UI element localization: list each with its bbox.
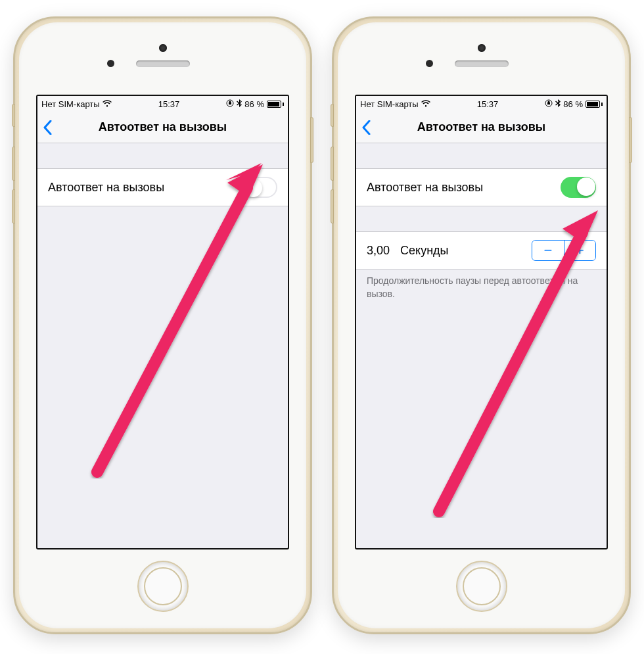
home-button [137, 561, 189, 612]
screen-left: Нет SIM-карты 15:37 86 % [36, 95, 289, 549]
proximity-sensor [426, 60, 433, 67]
volume-down [331, 189, 334, 223]
power-button [629, 117, 632, 163]
mute-switch [12, 104, 15, 127]
seconds-row: 3,00 Секунды − + [356, 231, 607, 269]
screen-right: Нет SIM-карты 15:37 86 % [355, 95, 608, 549]
wifi-icon [421, 99, 430, 109]
carrier-text: Нет SIM-карты [360, 99, 419, 109]
page-title: Автоответ на вызовы [37, 120, 288, 134]
seconds-unit: Секунды [400, 244, 448, 258]
earpiece-speaker [455, 60, 509, 67]
mute-switch [331, 104, 334, 127]
battery-icon [267, 101, 284, 108]
auto-answer-label: Автоответ на вызовы [48, 181, 164, 195]
front-camera [159, 44, 167, 52]
auto-answer-toggle[interactable] [242, 177, 277, 198]
orientation-lock-icon [226, 99, 234, 109]
volume-up [12, 147, 15, 181]
phone-frame-left: Нет SIM-карты 15:37 86 % [13, 16, 312, 634]
front-camera [478, 44, 486, 52]
proximity-sensor [107, 60, 114, 67]
navbar: Автоответ на вызовы [37, 112, 288, 143]
auto-answer-row[interactable]: Автоответ на вызовы [356, 168, 607, 206]
seconds-stepper[interactable]: − + [532, 240, 596, 261]
footer-description: Продолжительность паузы перед автоответо… [356, 269, 607, 306]
back-button[interactable] [356, 120, 376, 135]
stepper-plus-button[interactable]: + [564, 241, 595, 260]
stepper-minus-button[interactable]: − [532, 241, 564, 260]
battery-text: 86 % [244, 99, 264, 109]
home-button [456, 561, 507, 612]
back-button[interactable] [37, 120, 57, 135]
phone-frame-right: Нет SIM-карты 15:37 86 % [332, 16, 631, 634]
battery-text: 86 % [563, 99, 583, 109]
status-bar: Нет SIM-карты 15:37 86 % [356, 96, 607, 112]
clock: 15:37 [477, 99, 499, 109]
page-title: Автоответ на вызовы [356, 120, 607, 134]
bluetooth-icon [555, 99, 561, 109]
volume-down [12, 189, 15, 223]
volume-up [331, 147, 334, 181]
auto-answer-label: Автоответ на вызовы [367, 181, 483, 195]
auto-answer-toggle[interactable] [561, 177, 596, 198]
wifi-icon [103, 99, 112, 109]
auto-answer-row[interactable]: Автоответ на вызовы [37, 168, 288, 206]
carrier-text: Нет SIM-карты [41, 99, 100, 109]
power-button [310, 117, 313, 163]
seconds-value: 3,00 [367, 244, 390, 258]
earpiece-speaker [136, 60, 190, 67]
battery-icon [586, 101, 603, 108]
bluetooth-icon [237, 99, 242, 109]
orientation-lock-icon [545, 99, 553, 109]
clock: 15:37 [158, 99, 180, 109]
status-bar: Нет SIM-карты 15:37 86 % [37, 96, 288, 112]
navbar: Автоответ на вызовы [356, 112, 607, 143]
